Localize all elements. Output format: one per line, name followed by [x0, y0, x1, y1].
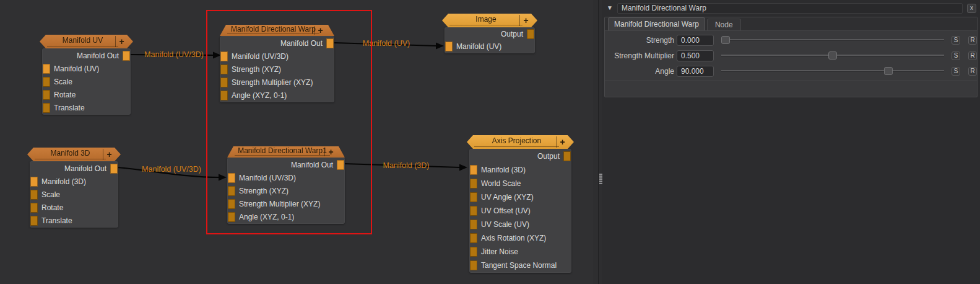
node-manifold-uv[interactable]: Manifold UV + Manifold Out Manifold (UV)… — [42, 48, 131, 115]
strength-value-field[interactable]: 0.000 — [677, 35, 714, 46]
angle-value-field[interactable]: 90.000 — [677, 66, 714, 77]
set-key-button[interactable]: S — [952, 36, 960, 45]
node-header[interactable]: Image + — [442, 14, 537, 27]
port-label: World Scale — [481, 179, 521, 188]
input-port[interactable] — [470, 220, 477, 229]
output-port[interactable] — [563, 151, 571, 161]
node-title: Axis Projection — [474, 135, 559, 147]
node-manifold-3d[interactable]: Manifold 3D + Manifold Out Manifold (3D)… — [30, 161, 118, 228]
splitter-line — [598, 0, 599, 284]
panel-title: Manifold Directional Warp — [617, 3, 963, 14]
input-port[interactable] — [30, 177, 38, 187]
strength-multiplier-slider[interactable] — [721, 51, 944, 60]
input-port[interactable] — [43, 90, 50, 100]
tab-manifold-directional-warp[interactable]: Manifold Directional Warp — [608, 17, 705, 30]
input-port[interactable] — [470, 192, 477, 202]
port-label: Axis Rotation (XYZ) — [481, 234, 546, 242]
port-label: Manifold (UV) — [54, 64, 99, 73]
input-port[interactable] — [470, 233, 477, 243]
set-key-button[interactable]: S — [952, 67, 960, 76]
properties-panel: ▼ Manifold Directional Warp x Manifold D… — [602, 0, 980, 284]
node-header[interactable]: Manifold 3D + — [27, 148, 121, 161]
edge-label: Manifold (UV/3D) — [142, 165, 201, 174]
port-label: Rotate — [54, 91, 76, 99]
port-label: Manifold (3D) — [481, 166, 526, 174]
port-label: Rotate — [41, 203, 63, 212]
output-label: Output — [501, 30, 523, 38]
port-label: Translate — [41, 216, 72, 225]
param-footer — [605, 80, 977, 97]
node-body[interactable]: Output Manifold (UV) — [444, 27, 535, 53]
port-label: Jitter Noise — [481, 247, 518, 256]
input-port[interactable] — [43, 103, 50, 113]
input-port[interactable] — [43, 64, 50, 74]
port-label: UV Offset (UV) — [481, 206, 531, 215]
node-header[interactable]: Manifold UV + — [40, 35, 133, 48]
add-slot-button[interactable]: + — [519, 15, 532, 26]
app-window: Manifold (UV/3D) Manifold (UV) Manifold … — [0, 0, 980, 284]
arrowhead-icon — [459, 164, 467, 171]
selection-rectangle — [206, 10, 372, 234]
reset-button[interactable]: R — [968, 67, 977, 76]
port-label: Tangent Space Normal — [481, 261, 557, 270]
input-port[interactable] — [30, 190, 38, 200]
tab-bar: Manifold Directional Warp Node — [605, 17, 977, 31]
node-title: Manifold 3D — [35, 148, 106, 159]
slider-handle[interactable] — [884, 67, 893, 75]
output-port[interactable] — [527, 29, 534, 39]
port-label: Scale — [54, 78, 72, 86]
output-port[interactable] — [110, 164, 118, 174]
tab-node[interactable]: Node — [707, 19, 741, 30]
strength-multiplier-value-field[interactable]: 0.500 — [677, 50, 714, 61]
node-graph-canvas[interactable]: Manifold (UV/3D) Manifold (UV) Manifold … — [0, 0, 593, 284]
input-port[interactable] — [30, 203, 38, 213]
output-port[interactable] — [123, 51, 130, 61]
input-port[interactable] — [470, 260, 477, 270]
port-label: Scale — [41, 190, 60, 199]
output-label: Manifold Out — [77, 51, 119, 60]
strength-slider[interactable] — [721, 36, 944, 44]
edge-label: Manifold (3D) — [383, 161, 429, 170]
port-label: Manifold (3D) — [41, 177, 86, 186]
slider-handle[interactable] — [721, 36, 730, 44]
output-label: Manifold Out — [64, 164, 106, 173]
port-label: UV Angle (XYZ) — [481, 193, 534, 202]
slider-handle[interactable] — [828, 51, 837, 60]
node-axis-projection[interactable]: Axis Projection + Output Manifold (3D) W… — [469, 149, 571, 273]
input-port[interactable] — [470, 206, 477, 216]
node-body[interactable]: Output Manifold (3D) World Scale UV Angl… — [469, 149, 571, 273]
param-row-angle: Angle 90.000 S R — [605, 63, 977, 79]
input-port[interactable] — [30, 216, 38, 226]
param-label: Angle — [609, 67, 674, 76]
node-image[interactable]: Image + Output Manifold (UV) — [444, 27, 535, 53]
node-header[interactable]: Axis Projection + — [467, 135, 574, 149]
set-key-button[interactable]: S — [952, 51, 960, 60]
param-row-strength-multiplier: Strength Multiplier 0.500 S R — [605, 48, 977, 63]
add-slot-button[interactable]: + — [556, 136, 568, 148]
input-port[interactable] — [445, 42, 453, 51]
panel-header: ▼ Manifold Directional Warp x — [602, 0, 980, 14]
port-label: Translate — [54, 104, 85, 112]
param-label: Strength — [609, 36, 674, 45]
input-port[interactable] — [43, 77, 50, 87]
add-slot-button[interactable]: + — [115, 36, 128, 47]
input-port[interactable] — [470, 247, 477, 257]
arrowhead-icon — [436, 43, 444, 50]
close-icon[interactable]: x — [967, 4, 976, 13]
reset-button[interactable]: R — [968, 51, 977, 60]
panel-splitter[interactable] — [593, 0, 602, 284]
angle-slider[interactable] — [721, 67, 944, 75]
node-title: Manifold UV — [47, 35, 118, 47]
splitter-grip-icon[interactable] — [599, 174, 602, 184]
add-slot-button[interactable]: + — [103, 149, 115, 160]
collapse-arrow-icon[interactable]: ▼ — [607, 5, 613, 11]
param-row-strength: Strength 0.000 S R — [605, 32, 977, 48]
node-body[interactable]: Manifold Out Manifold (3D) Scale Rotate … — [30, 161, 118, 228]
input-port[interactable] — [470, 165, 477, 175]
node-body[interactable]: Manifold Out Manifold (UV) Scale Rotate … — [42, 48, 131, 115]
reset-button[interactable]: R — [968, 36, 977, 45]
input-port[interactable] — [470, 179, 477, 189]
output-label: Output — [537, 152, 560, 161]
edge-label: Manifold (UV/3D) — [144, 50, 204, 59]
port-label: UV Scale (UV) — [481, 220, 529, 229]
